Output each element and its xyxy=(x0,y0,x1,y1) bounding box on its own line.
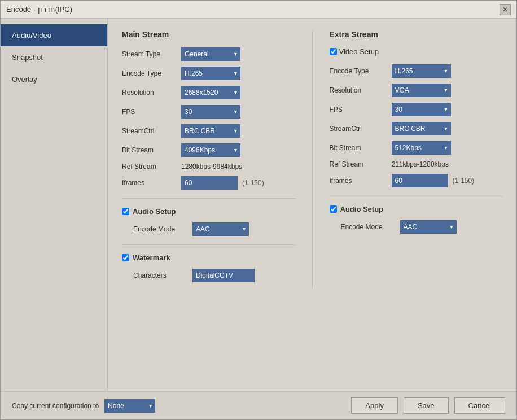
extra-encode-mode-select[interactable]: AAC G711A xyxy=(400,220,457,234)
extra-bit-stream-label: Bit Stream xyxy=(330,144,392,152)
audio-setup-checkbox-row: Audio Setup xyxy=(122,207,295,216)
column-divider xyxy=(312,30,313,288)
encode-type-label: Encode Type xyxy=(122,69,181,77)
extra-fps-select-wrapper: 30 25 xyxy=(392,103,451,116)
extra-resolution-select[interactable]: VGA D1 xyxy=(392,84,451,97)
extra-audio-setup-label: Audio Setup xyxy=(340,205,384,213)
extra-encode-mode-select-wrapper: AAC G711A xyxy=(400,220,457,234)
extra-iframes-hint: (1-150) xyxy=(453,177,475,185)
bit-stream-select[interactable]: 4096Kbps 2048Kbps xyxy=(181,143,240,157)
iframes-row: Iframes (1-150) xyxy=(122,176,295,190)
encode-type-select-wrapper: H.265 H.264 xyxy=(181,67,240,80)
stream-type-label: Stream Type xyxy=(122,50,181,58)
watermark-label: Watermark xyxy=(133,253,170,262)
sidebar-item-overlay[interactable]: Overlay xyxy=(1,68,107,90)
extra-ref-stream-label: Ref Stream xyxy=(330,160,392,168)
watermark-checkbox[interactable] xyxy=(122,254,129,261)
watermark-form: Characters xyxy=(133,269,295,282)
save-button[interactable]: Save xyxy=(404,397,449,414)
extra-audio-setup-checkbox[interactable] xyxy=(330,205,337,213)
sidebar-item-snapshot[interactable]: Snapshot xyxy=(1,46,107,68)
stream-ctrl-select[interactable]: BRC CBR CBR xyxy=(181,124,240,138)
copy-select[interactable]: None xyxy=(104,399,155,413)
bottom-right: Apply Save Cancel xyxy=(351,397,505,414)
characters-input[interactable] xyxy=(192,269,255,282)
video-setup-label: Video Setup xyxy=(339,47,379,56)
main-content: Audio/Video Snapshot Overlay Main Stream… xyxy=(1,19,516,391)
fps-select[interactable]: 30 25 xyxy=(181,105,240,119)
extra-stream-ctrl-select[interactable]: BRC CBR CBR xyxy=(392,122,451,135)
extra-encode-type-row: Encode Type H.265 H.264 xyxy=(330,64,503,78)
divider-2 xyxy=(122,244,295,245)
encode-type-row: Encode Type H.265 H.264 xyxy=(122,67,295,80)
extra-fps-label: FPS xyxy=(330,106,392,113)
content-area: Main Stream Stream Type General Encode T… xyxy=(108,19,516,391)
encode-mode-label: Encode Mode xyxy=(133,225,192,233)
extra-iframes-row: Iframes (1-150) xyxy=(330,174,503,187)
apply-button[interactable]: Apply xyxy=(351,397,398,414)
bottom-bar: Copy current configuration to None Apply… xyxy=(1,391,516,419)
ref-stream-value: 1280kbps-9984kbps xyxy=(181,163,242,170)
divider-1 xyxy=(122,198,295,199)
ref-stream-row: Ref Stream 1280kbps-9984kbps xyxy=(122,163,295,170)
encode-mode-select-wrapper: AAC G711A xyxy=(192,222,249,236)
stream-type-row: Stream Type General xyxy=(122,47,295,61)
extra-stream-ctrl-row: StreamCtrl BRC CBR CBR xyxy=(330,122,503,135)
two-column-layout: Main Stream Stream Type General Encode T… xyxy=(122,30,502,288)
iframes-label: Iframes xyxy=(122,179,181,187)
stream-type-select[interactable]: General xyxy=(181,47,240,61)
bit-stream-label: Bit Stream xyxy=(122,146,181,154)
resolution-select[interactable]: 2688x1520 1920x1080 xyxy=(181,86,240,99)
extra-encode-type-select[interactable]: H.265 H.264 xyxy=(392,64,451,78)
fps-row: FPS 30 25 xyxy=(122,105,295,119)
extra-resolution-row: Resolution VGA D1 xyxy=(330,84,503,97)
characters-label: Characters xyxy=(133,272,192,279)
iframes-input[interactable] xyxy=(181,176,238,190)
bit-stream-row: Bit Stream 4096Kbps 2048Kbps xyxy=(122,143,295,157)
extra-audio-setup-form: Encode Mode AAC G711A xyxy=(341,220,503,234)
audio-setup-checkbox[interactable] xyxy=(122,208,129,215)
sidebar-item-audio-video[interactable]: Audio/Video xyxy=(1,24,107,46)
stream-type-select-wrapper: General xyxy=(181,47,240,61)
extra-bit-stream-select-wrapper: 512Kbps 256Kbps xyxy=(392,141,451,155)
ref-stream-label: Ref Stream xyxy=(122,163,181,170)
extra-resolution-select-wrapper: VGA D1 xyxy=(392,84,451,97)
extra-bit-stream-row: Bit Stream 512Kbps 256Kbps xyxy=(330,141,503,155)
extra-encode-type-select-wrapper: H.265 H.264 xyxy=(392,64,451,78)
copy-select-wrapper: None xyxy=(104,399,155,413)
encode-mode-row: Encode Mode AAC G711A xyxy=(133,222,295,236)
extra-stream-ctrl-label: StreamCtrl xyxy=(330,125,392,133)
extra-ref-stream-row: Ref Stream 211kbps-1280kbps xyxy=(330,160,503,168)
extra-bit-stream-select[interactable]: 512Kbps 256Kbps xyxy=(392,141,451,155)
extra-encode-type-label: Encode Type xyxy=(330,67,392,75)
extra-iframes-label: Iframes xyxy=(330,177,392,185)
extra-encode-mode-label: Encode Mode xyxy=(341,223,400,231)
resolution-label: Resolution xyxy=(122,89,181,97)
iframes-hint: (1-150) xyxy=(242,179,264,187)
resolution-row: Resolution 2688x1520 1920x1080 xyxy=(122,86,295,99)
main-stream-title: Main Stream xyxy=(122,30,295,39)
extra-audio-setup-checkbox-row: Audio Setup xyxy=(330,205,503,213)
stream-ctrl-select-wrapper: BRC CBR CBR xyxy=(181,124,240,138)
extra-fps-row: FPS 30 25 xyxy=(330,103,503,116)
encode-type-select[interactable]: H.265 H.264 xyxy=(181,67,240,80)
fps-select-wrapper: 30 25 xyxy=(181,105,240,119)
extra-iframes-input[interactable] xyxy=(392,174,448,187)
copy-label: Copy current configuration to xyxy=(12,402,99,410)
extra-stream-title: Extra Stream xyxy=(330,30,503,39)
audio-setup-form: Encode Mode AAC G711A xyxy=(133,222,295,236)
sidebar: Audio/Video Snapshot Overlay xyxy=(1,19,108,391)
stream-ctrl-label: StreamCtrl xyxy=(122,127,181,135)
fps-label: FPS xyxy=(122,108,181,116)
extra-fps-select[interactable]: 30 25 xyxy=(392,103,451,116)
extra-stream-column: Extra Stream Video Setup Encode Type H.2… xyxy=(330,30,503,288)
cancel-button[interactable]: Cancel xyxy=(454,397,505,414)
main-stream-column: Main Stream Stream Type General Encode T… xyxy=(122,30,295,288)
stream-ctrl-row: StreamCtrl BRC CBR CBR xyxy=(122,124,295,138)
extra-resolution-label: Resolution xyxy=(330,86,392,94)
resolution-select-wrapper: 2688x1520 1920x1080 xyxy=(181,86,240,99)
main-window: Encode - חדרון(IPC) ✕ Audio/Video Snapsh… xyxy=(0,0,517,420)
video-setup-checkbox[interactable] xyxy=(330,48,337,55)
close-button[interactable]: ✕ xyxy=(500,4,511,15)
encode-mode-select[interactable]: AAC G711A xyxy=(192,222,249,236)
